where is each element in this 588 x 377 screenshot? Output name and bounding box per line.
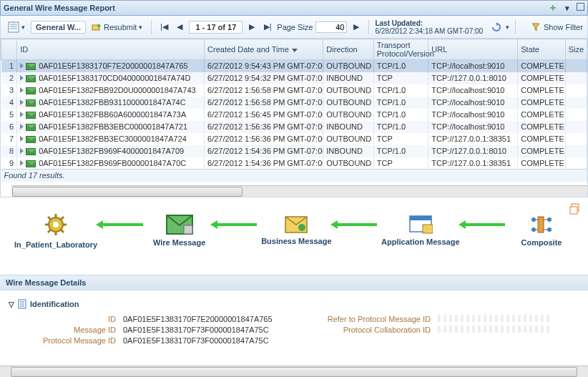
gear-icon xyxy=(43,212,69,238)
expand-icon[interactable] xyxy=(20,160,24,166)
svg-rect-18 xyxy=(184,225,192,234)
page-size-input[interactable] xyxy=(315,21,347,33)
envelope-icon xyxy=(26,87,36,94)
flow-node-application-message[interactable]: Application Message xyxy=(381,215,459,246)
svg-line-14 xyxy=(48,230,51,232)
table-row[interactable]: 10AF01E5F1383170F7E20000001847A7656/27/2… xyxy=(1,60,587,72)
table-row[interactable]: 60AF01E5F1382FBB3EBC000001847A7216/27/20… xyxy=(1,121,587,133)
panel-header: General Wire Message Report ＋ ▾ xyxy=(0,0,588,16)
dropdown-icon[interactable]: ▾ xyxy=(562,3,572,13)
flow-arrow xyxy=(336,223,378,226)
page-size-label: Page Size xyxy=(277,23,313,31)
cell-id: 0AF01E5F1382FBB3EC3000001847A724 xyxy=(17,133,205,145)
cell-size xyxy=(565,84,587,97)
toolbar: ▾ General W... Resubmit ▾ |◀ ◀ 1 - 17 of… xyxy=(0,16,588,39)
expand-icon[interactable] xyxy=(20,136,24,142)
cell-id: 0AF01E5F1382FBB60A6000001847A73A xyxy=(17,109,205,121)
field-label-collab: Protocol Collaboration ID xyxy=(288,325,431,334)
restore-icon[interactable] xyxy=(569,203,581,215)
col-created[interactable]: Created Date and Time xyxy=(205,39,323,60)
cell-url: TCP://localhost:9010 xyxy=(428,121,518,133)
flow-diagram: In_Patient_Laboratory Wire Message Busin… xyxy=(0,203,588,275)
table-row[interactable]: 50AF01E5F1382FBB60A6000001847A73A6/27/20… xyxy=(1,109,587,121)
table-row[interactable]: 40AF01E5F1382FBB9311000001847A74C6/27/20… xyxy=(1,97,587,109)
tab-general-wire[interactable]: General W... xyxy=(31,21,86,34)
col-state[interactable]: State xyxy=(518,39,565,60)
cell-id: 0AF01E5F1382FBB92D0U0000001847A743 xyxy=(17,84,205,97)
table-row[interactable]: 20AF01E5F1383170CD040000001847A74D6/27/2… xyxy=(1,72,587,84)
last-page-icon[interactable]: ▶| xyxy=(261,21,274,34)
cell-protocol: TCP/1.0 xyxy=(373,109,428,121)
menu-icon[interactable]: ▾ xyxy=(5,20,28,34)
svg-line-15 xyxy=(61,217,64,220)
expand-icon[interactable] xyxy=(20,148,24,154)
table-row[interactable]: 90AF01E5F1382FB969FB000001847A70C6/27/20… xyxy=(1,157,587,170)
expand-icon[interactable] xyxy=(20,75,24,81)
flow-arrow xyxy=(216,223,258,226)
window-icon xyxy=(408,215,433,235)
expand-icon[interactable] xyxy=(20,112,24,117)
cell-protocol: TCP xyxy=(373,157,428,170)
prev-page-icon[interactable]: ◀ xyxy=(173,21,186,34)
flow-node-wire-message[interactable]: Wire Message xyxy=(147,214,212,247)
cell-rownum: 1 xyxy=(1,60,17,72)
cell-direction: OUTBOUND xyxy=(323,60,374,72)
flow-node-composite[interactable]: Composite xyxy=(509,214,574,247)
envelope-icon xyxy=(26,148,36,155)
add-icon[interactable]: ＋ xyxy=(548,3,558,13)
cell-rownum: 3 xyxy=(1,84,17,97)
envelope-icon xyxy=(26,124,36,131)
col-id[interactable]: ID xyxy=(17,39,205,60)
cell-size xyxy=(565,72,587,84)
table-hscrollbar[interactable] xyxy=(11,185,587,197)
resubmit-button[interactable]: Resubmit ▾ xyxy=(89,21,145,34)
cell-url: TCP://localhost:9010 xyxy=(428,109,518,121)
svg-rect-6 xyxy=(570,207,577,214)
cell-id: 0AF01E5F1382FBB9311000001847A74C xyxy=(17,97,205,109)
col-direction[interactable]: Direction xyxy=(323,39,374,60)
svg-point-26 xyxy=(531,227,536,232)
expand-icon[interactable] xyxy=(20,124,24,129)
cell-protocol: TCP/1.0 xyxy=(373,84,428,97)
page-hscrollbar[interactable] xyxy=(0,366,588,377)
cell-size xyxy=(565,97,587,109)
cell-created: 6/27/2012 1:56:36 PM GMT-07:00 xyxy=(205,121,323,133)
details-body: ▽ Identification ID 0AF01E5F1383170F7E20… xyxy=(0,290,588,351)
refresh-icon[interactable] xyxy=(490,21,503,34)
cell-direction: INBOUND xyxy=(323,145,374,157)
go-icon[interactable]: ▶ xyxy=(350,21,363,34)
maximize-icon[interactable] xyxy=(577,3,584,11)
next-page-icon[interactable]: ▶ xyxy=(245,21,258,34)
cell-protocol: TCP/1.0 xyxy=(373,121,428,133)
cell-direction: OUTBOUND xyxy=(323,109,374,121)
table-row[interactable]: 70AF01E5F1382FBB3EC3000001847A7246/27/20… xyxy=(1,133,587,145)
document-icon xyxy=(17,299,27,309)
cell-direction: INBOUND xyxy=(323,121,374,133)
refresh-dropdown-icon[interactable]: ▾ xyxy=(506,24,509,31)
cell-size xyxy=(565,157,587,170)
cell-url: TCP://localhost:9010 xyxy=(428,60,518,72)
cell-url: TCP://localhost:9010 xyxy=(428,97,518,109)
identification-section-header[interactable]: ▽ Identification xyxy=(0,295,588,313)
cell-state: COMPLETE xyxy=(518,133,565,145)
table-row[interactable]: 80AF01E5F1382FB969F4000001847A7096/27/20… xyxy=(1,145,587,157)
collapse-icon[interactable]: ▽ xyxy=(9,300,14,308)
cell-state: COMPLETE xyxy=(518,72,565,84)
flow-node-laboratory[interactable]: In_Patient_Laboratory xyxy=(14,212,97,249)
expand-icon[interactable] xyxy=(20,87,24,93)
col-protocol[interactable]: Transport Protocol/Version xyxy=(373,39,428,60)
cell-protocol: TCP/1.0 xyxy=(373,97,428,109)
cell-id: 0AF01E5F1383170F7E20000001847A765 xyxy=(17,60,205,72)
show-filter-button[interactable]: Show Filter xyxy=(531,22,583,32)
col-rownum[interactable] xyxy=(1,39,17,60)
flow-node-business-message[interactable]: Business Message xyxy=(261,215,331,245)
col-size[interactable]: Size xyxy=(565,39,587,60)
first-page-icon[interactable]: |◀ xyxy=(157,21,170,34)
col-url[interactable]: URL xyxy=(428,39,518,60)
table-row[interactable]: 30AF01E5F1382FBB92D0U0000001847A7436/27/… xyxy=(1,84,587,97)
expand-icon[interactable] xyxy=(20,63,24,69)
flow-arrow xyxy=(102,223,143,226)
envelope-icon xyxy=(26,63,36,70)
expand-icon[interactable] xyxy=(20,99,24,105)
cell-rownum: 7 xyxy=(1,133,17,145)
